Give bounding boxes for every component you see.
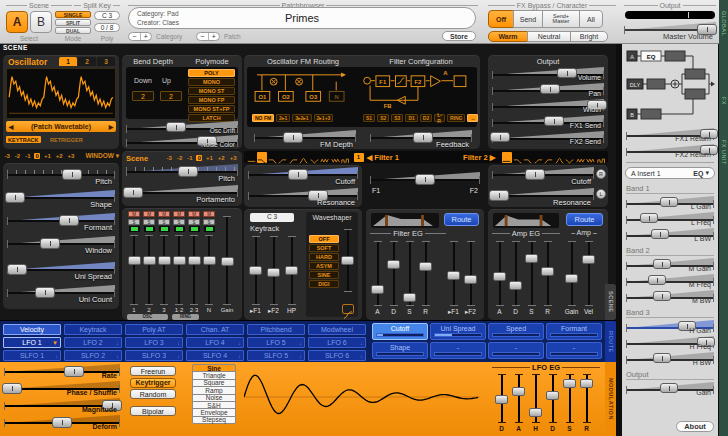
item-button[interactable]: ↔ [467,114,478,122]
mod-amount-bar[interactable] [550,333,598,337]
3-button[interactable]: -3 [165,155,173,161]
oscillator-waveform-display[interactable] [6,68,116,119]
mod-source-slfo-6[interactable]: SLFO 6↓ [308,350,366,361]
2-button[interactable]: +2 [54,153,64,159]
slider-handle[interactable] [653,291,671,301]
mono-st-fp-button[interactable]: MONO ST+FP [188,105,235,113]
noise-color-slider[interactable]: Noise Color [126,134,238,148]
filter-type-lp12-icon[interactable] [512,152,522,163]
freerun-button[interactable]: Freerun [130,366,176,376]
category-prev-next-buttons[interactable]: −+ [128,32,152,41]
filter-type-notch-icon[interactable] [309,152,319,163]
mod-source-lfo-2[interactable]: LFO 2↓ [64,337,122,348]
mod-slot-shape[interactable]: Shape [372,342,428,359]
osc-drift-slider[interactable]: Osc Drift [126,120,238,134]
no-fm-button[interactable]: NO FM [252,114,274,122]
mod-slot-formant[interactable]: Formant [546,323,602,340]
item-vslider[interactable] [340,228,355,302]
all-button[interactable]: All [579,10,603,28]
h-freq-slider[interactable]: H Freq [626,335,714,351]
slider-handle[interactable] [653,259,671,269]
l-r-button[interactable]: L-R [434,114,445,122]
single-button[interactable]: SINGLE [55,11,91,18]
2-1-3-button[interactable]: 2▸1+3 [314,114,334,122]
feedback-slider[interactable]: Feedback [370,129,472,147]
slider-handle[interactable] [640,213,658,223]
dual-button[interactable]: DUAL [55,27,91,34]
3-2-1-button[interactable]: 3▸2▸1 [292,114,311,122]
poly-button[interactable]: POLY [188,69,235,77]
slider-handle[interactable] [660,197,678,207]
deform-slider[interactable]: Deform [4,414,120,431]
m-gain-slider[interactable]: M Gain [626,257,714,273]
slider-handle[interactable] [283,132,303,143]
about-button[interactable]: About [676,421,714,432]
gain-slider[interactable]: Gain [626,381,714,397]
bend-up-value[interactable]: 2 [160,91,182,101]
slider-handle[interactable] [651,229,669,239]
slider-handle[interactable] [660,383,678,393]
bipolar-button[interactable]: Bipolar [130,406,176,416]
soft-button[interactable]: SOFT [309,244,339,252]
slider-handle[interactable] [64,366,84,377]
fx2-send-slider[interactable]: FX2 Send [492,130,604,146]
hard-button[interactable]: HARD [309,253,339,261]
patch-minus-button[interactable]: − [197,33,209,40]
mod-source-velocity[interactable]: Velocity [3,324,61,335]
off-button[interactable]: Off [488,10,514,28]
split-key-value[interactable]: C 3 [94,11,120,20]
mono-st-button[interactable]: MONO ST [188,87,235,95]
mod-source-slfo-3[interactable]: SLFO 3↓ [125,350,183,361]
mod-source-pitchbend[interactable]: Pitchbend [247,324,305,335]
level-slider[interactable] [172,234,186,306]
filter-type-comb1-icon[interactable] [575,152,585,163]
l-freq-slider[interactable]: L Freq [626,211,714,227]
window-slider[interactable]: Window [7,235,115,258]
slider-handle[interactable] [489,190,509,201]
route-edge-tab[interactable]: ROUTE [605,321,616,363]
s3-button[interactable]: S3 [391,114,403,122]
resonance-slider[interactable]: Resonance [492,187,594,208]
solo-button[interactable]: S [188,219,200,225]
d-vslider[interactable]: D [508,240,523,316]
level-slider[interactable] [127,234,141,306]
mute-button[interactable]: M [203,211,215,217]
slider-handle[interactable] [557,68,577,78]
mod-amount-bar[interactable] [376,333,424,337]
mod-source-slfo-5[interactable]: SLFO 5↓ [247,350,305,361]
filter-type-lp24-icon[interactable] [523,152,533,163]
mono-fp-button[interactable]: MONO FP [188,96,235,104]
filter-type-bp-icon[interactable] [299,152,309,163]
mod-amount-bar[interactable] [492,333,540,337]
slider-handle[interactable] [490,132,510,142]
mute-button[interactable]: M [173,211,185,217]
a-vslider[interactable]: A [511,373,526,433]
3-button[interactable]: 3 [97,57,115,66]
r-vslider[interactable]: R [418,240,433,316]
neutral-button[interactable]: Neutral [527,31,571,42]
slider-handle[interactable] [2,383,22,394]
m-freq-slider[interactable]: M Freq [626,273,714,289]
mod-source-lfo-1[interactable]: LFO 1▼ [3,337,61,348]
mod-amount-bar[interactable] [434,333,482,337]
r-vslider[interactable]: R [540,240,555,316]
keytrack-toggle[interactable]: KEYTRACK [6,136,41,143]
filter-type-flat-icon[interactable] [246,152,256,163]
filter2-l-link-button[interactable]: L [596,189,606,199]
mod-source-slfo-4[interactable]: SLFO 4↓ [186,350,244,361]
scene-edge-tab[interactable]: SCENE [605,284,616,320]
slider-handle[interactable] [35,287,55,298]
mute-button[interactable]: M [143,211,155,217]
filter-type-lp24-icon[interactable] [267,152,277,163]
3-button[interactable]: +3 [228,155,238,161]
mod-amount-bar[interactable] [550,352,598,356]
slider-handle[interactable] [540,84,560,94]
off-button[interactable]: OFF [309,235,339,243]
mono-button[interactable]: MONO [188,78,235,86]
filter-type-sh-icon[interactable] [596,152,606,163]
filter-type-notch-icon[interactable] [565,152,575,163]
volume-slider[interactable]: Volume [492,66,604,82]
solo-button[interactable]: S [173,219,185,225]
mod-source-lfo-6[interactable]: LFO 6↓ [308,337,366,348]
item-slider[interactable] [370,171,480,192]
